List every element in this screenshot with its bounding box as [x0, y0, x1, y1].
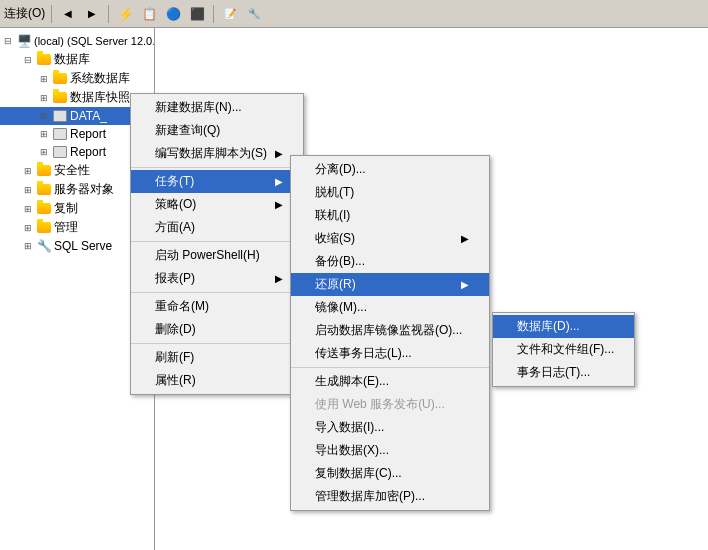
tree-databases-folder[interactable]: ⊟ 数据库: [0, 50, 154, 69]
data-db-icon: [52, 108, 68, 124]
toolbar-btn-back[interactable]: ◀: [58, 4, 78, 24]
write-script-arrow: ▶: [275, 148, 283, 159]
context-menu-main: 新建数据库(N)... 新建查询(Q) 编写数据库脚本为(S) ▶ 任务(T) …: [130, 93, 304, 395]
toolbar-btn-3[interactable]: 🔵: [163, 4, 183, 24]
toolbar-separator-2: [108, 5, 109, 23]
databases-expand-icon[interactable]: ⊟: [20, 52, 36, 68]
restore-files-filegroups[interactable]: 文件和文件组(F)...: [493, 338, 634, 361]
tasks-import[interactable]: 导入数据(I)...: [291, 416, 489, 439]
submenu-restore: 数据库(D)... 文件和文件组(F)... 事务日志(T)...: [492, 312, 635, 387]
tasks-manage-encryption[interactable]: 管理数据库加密(P)...: [291, 485, 489, 508]
restore-transaction-log[interactable]: 事务日志(T)...: [493, 361, 634, 384]
menu-powershell[interactable]: 启动 PowerShell(H): [131, 244, 303, 267]
server-objects-expand[interactable]: ⊞: [20, 182, 36, 198]
report2-label: Report: [70, 145, 106, 159]
snapshots-icon: [52, 90, 68, 106]
menu-sep-3: [131, 292, 303, 293]
databases-label: 数据库: [54, 51, 90, 68]
tasks-mirror[interactable]: 镜像(M)...: [291, 296, 489, 319]
toolbar-btn-forward[interactable]: ▶: [82, 4, 102, 24]
snapshots-expand[interactable]: ⊞: [36, 90, 52, 106]
sql-agent-expand[interactable]: ⊞: [20, 238, 36, 254]
replication-icon: [36, 201, 52, 217]
server-objects-icon: [36, 182, 52, 198]
tasks-shrink[interactable]: 收缩(S) ▶: [291, 227, 489, 250]
tasks-mirror-monitor[interactable]: 启动数据库镜像监视器(O)...: [291, 319, 489, 342]
toolbar-btn-2[interactable]: 📋: [139, 4, 159, 24]
restore-arrow: ▶: [461, 279, 469, 290]
report2-icon: [52, 144, 68, 160]
tree-system-db[interactable]: ⊞ 系统数据库: [0, 69, 154, 88]
menu-sep-2: [131, 241, 303, 242]
tasks-online[interactable]: 联机(I): [291, 204, 489, 227]
toolbar: 连接(O) ◀ ▶ ⚡ 📋 🔵 ⬛ 📝 🔧: [0, 0, 708, 28]
server-objects-label: 服务器对象: [54, 181, 114, 198]
toolbar-separator-3: [213, 5, 214, 23]
sql-agent-icon: 🔧: [36, 238, 52, 254]
tasks-copy-db[interactable]: 复制数据库(C)...: [291, 462, 489, 485]
security-expand[interactable]: ⊞: [20, 163, 36, 179]
menu-new-query[interactable]: 新建查询(Q): [131, 119, 303, 142]
menu-sep-1: [131, 167, 303, 168]
tasks-backup[interactable]: 备份(B)...: [291, 250, 489, 273]
menu-new-database[interactable]: 新建数据库(N)...: [131, 96, 303, 119]
menu-rename[interactable]: 重命名(M): [131, 295, 303, 318]
snapshots-label: 数据库快照: [70, 89, 130, 106]
sql-agent-label: SQL Serve: [54, 239, 112, 253]
management-icon: [36, 220, 52, 236]
toolbar-btn-5[interactable]: 📝: [220, 4, 240, 24]
replication-expand[interactable]: ⊞: [20, 201, 36, 217]
restore-database[interactable]: 数据库(D)...: [493, 315, 634, 338]
menu-delete[interactable]: 删除(D): [131, 318, 303, 341]
menu-properties[interactable]: 属性(R): [131, 369, 303, 392]
system-db-expand[interactable]: ⊞: [36, 71, 52, 87]
shrink-arrow: ▶: [461, 233, 469, 244]
menu-reports[interactable]: 报表(P) ▶: [131, 267, 303, 290]
toolbar-separator-1: [51, 5, 52, 23]
tasks-web-publish: 使用 Web 服务发布(U)...: [291, 393, 489, 416]
tasks-export[interactable]: 导出数据(X)...: [291, 439, 489, 462]
report1-icon: [52, 126, 68, 142]
security-icon: [36, 163, 52, 179]
submenu-tasks: 分离(D)... 脱机(T) 联机(I) 收缩(S) ▶ 备份(B)... 还原…: [290, 155, 490, 511]
data-db-label: DATA_: [70, 109, 107, 123]
server-icon: 🖥️: [16, 33, 32, 49]
server-expand-icon[interactable]: ⊟: [0, 33, 16, 49]
security-label: 安全性: [54, 162, 90, 179]
management-label: 管理: [54, 219, 78, 236]
menu-refresh[interactable]: 刷新(F): [131, 346, 303, 369]
menu-sep-4: [131, 343, 303, 344]
management-expand[interactable]: ⊞: [20, 220, 36, 236]
menu-write-script[interactable]: 编写数据库脚本为(S) ▶: [131, 142, 303, 165]
policy-arrow: ▶: [275, 199, 283, 210]
tree-server-node[interactable]: ⊟ 🖥️ (local) (SQL Server 12.0.2254 - sa): [0, 32, 154, 50]
databases-folder-icon: [36, 52, 52, 68]
reports-arrow: ▶: [275, 273, 283, 284]
server-label: (local) (SQL Server 12.0.2254 - sa): [34, 35, 155, 47]
tasks-restore[interactable]: 还原(R) ▶: [291, 273, 489, 296]
report2-expand[interactable]: ⊞: [36, 144, 52, 160]
menu-facets[interactable]: 方面(A): [131, 216, 303, 239]
menu-policy[interactable]: 策略(O) ▶: [131, 193, 303, 216]
toolbar-btn-1[interactable]: ⚡: [115, 4, 135, 24]
toolbar-btn-6[interactable]: 🔧: [244, 4, 264, 24]
tasks-generate-scripts[interactable]: 生成脚本(E)...: [291, 370, 489, 393]
system-db-label: 系统数据库: [70, 70, 130, 87]
data-db-expand[interactable]: ⊞: [36, 108, 52, 124]
toolbar-btn-4[interactable]: ⬛: [187, 4, 207, 24]
system-db-icon: [52, 71, 68, 87]
tasks-sep-1: [291, 367, 489, 368]
tasks-offline[interactable]: 脱机(T): [291, 181, 489, 204]
tasks-log-shipping[interactable]: 传送事务日志(L)...: [291, 342, 489, 365]
replication-label: 复制: [54, 200, 78, 217]
tasks-arrow: ▶: [275, 176, 283, 187]
tasks-detach[interactable]: 分离(D)...: [291, 158, 489, 181]
menu-tasks[interactable]: 任务(T) ▶: [131, 170, 303, 193]
report1-expand[interactable]: ⊞: [36, 126, 52, 142]
connect-menu[interactable]: 连接(O): [4, 5, 45, 22]
report1-label: Report: [70, 127, 106, 141]
